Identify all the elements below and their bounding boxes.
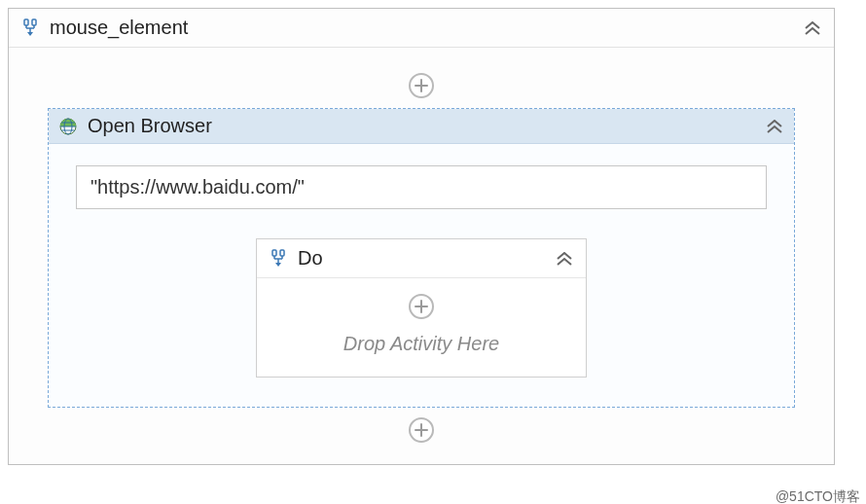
do-title: Do (298, 247, 323, 270)
sequence-container: mouse_element (8, 8, 835, 465)
browser-url-input[interactable] (76, 165, 767, 209)
add-activity-bottom-button[interactable] (409, 417, 434, 443)
sequence-collapse-chevron-icon[interactable] (803, 18, 822, 38)
drop-activity-hint: Drop Activity Here (267, 333, 576, 355)
do-body[interactable]: Drop Activity Here (257, 278, 586, 377)
svg-rect-5 (280, 250, 284, 256)
do-header[interactable]: Do (257, 239, 586, 278)
add-activity-top-button[interactable] (409, 73, 434, 98)
do-collapse-chevron-icon[interactable] (555, 249, 574, 269)
open-browser-body: Do Drop Act (49, 144, 794, 407)
sequence-title: mouse_element (50, 17, 188, 39)
do-sequence-container[interactable]: Do Drop Act (256, 238, 587, 378)
sequence-icon (269, 249, 288, 269)
sequence-icon (20, 18, 40, 38)
svg-rect-0 (24, 19, 28, 25)
svg-rect-1 (32, 19, 36, 25)
open-browser-title: Open Browser (88, 115, 212, 137)
svg-rect-4 (272, 250, 276, 256)
open-browser-collapse-chevron-icon[interactable] (765, 117, 784, 136)
watermark-text: @51CTO博客 (776, 488, 860, 504)
globe-icon (58, 117, 78, 136)
open-browser-activity[interactable]: Open Browser (48, 108, 795, 408)
do-add-activity-button[interactable] (409, 294, 434, 319)
sequence-header[interactable]: mouse_element (9, 9, 834, 48)
open-browser-header[interactable]: Open Browser (49, 109, 794, 144)
sequence-body: Open Browser (9, 48, 834, 468)
